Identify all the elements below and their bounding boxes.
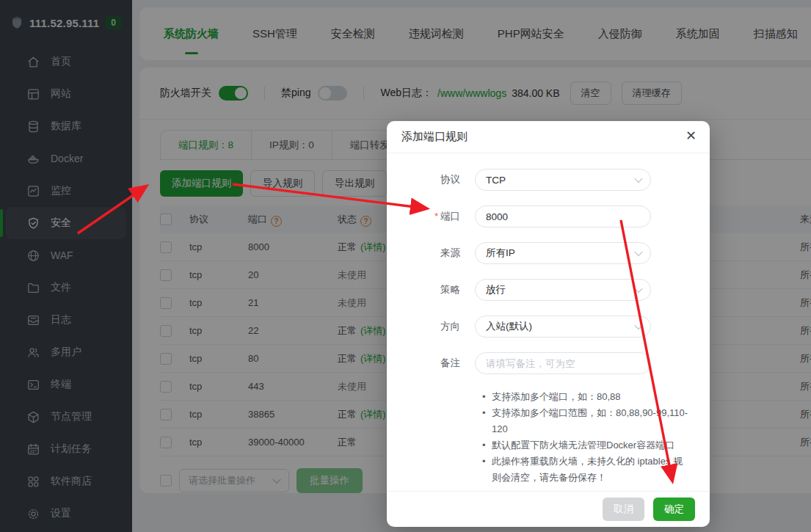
direction-value: 入站(默认) bbox=[486, 320, 532, 333]
modal-footer: 取消 确定 bbox=[387, 491, 710, 527]
chevron-down-icon bbox=[634, 321, 642, 329]
modal-body: 协议 TCP *端口 来源 所有IP 策略 bbox=[387, 153, 710, 486]
source-label: 来源 bbox=[387, 247, 460, 260]
close-icon[interactable]: ✕ bbox=[685, 129, 697, 142]
direction-label: 方向 bbox=[387, 320, 460, 333]
note-input-wrap bbox=[475, 352, 651, 374]
confirm-button[interactable]: 确定 bbox=[653, 498, 695, 521]
policy-select[interactable]: 放行 bbox=[475, 279, 651, 301]
port-label: *端口 bbox=[387, 210, 460, 223]
direction-select[interactable]: 入站(默认) bbox=[475, 316, 651, 338]
chevron-down-icon bbox=[634, 175, 642, 183]
tip-item: 支持添加多个端口范围，如：80,88,90-99,110-120 bbox=[482, 405, 692, 437]
note-input[interactable] bbox=[486, 358, 631, 369]
note-label: 备注 bbox=[387, 357, 460, 370]
policy-label: 策略 bbox=[387, 283, 460, 296]
field-protocol: 协议 TCP bbox=[387, 169, 710, 191]
tip-item: 默认配置下防火墙无法管理Docker容器端口 bbox=[482, 437, 692, 453]
policy-value: 放行 bbox=[486, 283, 506, 296]
field-port: *端口 bbox=[387, 205, 710, 227]
modal-title: 添加端口规则 bbox=[401, 130, 468, 144]
protocol-select[interactable]: TCP bbox=[475, 169, 651, 191]
modal-tips: 支持添加多个端口，如：80,88 支持添加多个端口范围，如：80,88,90-9… bbox=[482, 389, 692, 486]
add-port-rule-modal: 添加端口规则 ✕ 协议 TCP *端口 来源 所有IP bbox=[387, 121, 710, 527]
protocol-value: TCP bbox=[486, 175, 506, 186]
chevron-down-icon bbox=[634, 248, 642, 256]
app-root: 111.52.95.111 0 首页 网站 数据库 Docker 监控 bbox=[0, 0, 811, 532]
field-direction: 方向 入站(默认) bbox=[387, 316, 710, 338]
required-mark: * bbox=[434, 211, 438, 222]
port-input[interactable] bbox=[486, 211, 631, 222]
source-value: 所有IP bbox=[486, 247, 515, 260]
tip-item: 支持添加多个端口，如：80,88 bbox=[482, 389, 692, 405]
protocol-label: 协议 bbox=[387, 173, 460, 186]
chevron-down-icon bbox=[634, 285, 642, 293]
field-source: 来源 所有IP bbox=[387, 242, 710, 264]
port-input-wrap bbox=[475, 205, 651, 227]
tip-item: 此操作将重载防火墙，未持久化的 iptables 规则会清空，请先备份保存！ bbox=[482, 453, 692, 486]
field-policy: 策略 放行 bbox=[387, 279, 710, 301]
modal-header: 添加端口规则 ✕ bbox=[387, 121, 710, 153]
field-note: 备注 bbox=[387, 352, 710, 374]
source-select[interactable]: 所有IP bbox=[475, 242, 651, 264]
cancel-button[interactable]: 取消 bbox=[603, 498, 644, 521]
